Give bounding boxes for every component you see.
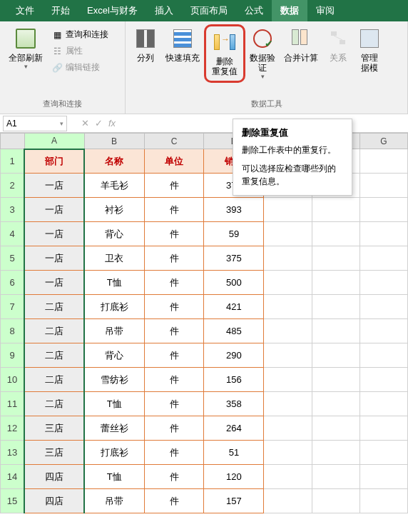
row-header[interactable]: 5 — [1, 246, 25, 271]
cell[interactable] — [264, 319, 312, 343]
cell[interactable]: 358 — [204, 392, 264, 416]
row-header[interactable]: 3 — [1, 198, 25, 222]
cell[interactable]: 264 — [204, 416, 264, 441]
cell[interactable]: 背心 — [84, 222, 144, 246]
refresh-all-button[interactable]: 全部刷新 ▾ — [4, 24, 47, 73]
cell[interactable]: 一店 — [24, 246, 84, 271]
cell[interactable] — [359, 416, 407, 441]
select-all-corner[interactable] — [1, 134, 25, 149]
row-header[interactable]: 11 — [1, 392, 25, 416]
cell[interactable]: 件 — [144, 465, 204, 489]
tab-insert[interactable]: 插入 — [146, 0, 182, 21]
tab-file[interactable]: 文件 — [7, 0, 43, 21]
cell[interactable]: T恤 — [84, 392, 144, 416]
edit-links-button[interactable]: 🔗 编辑链接 — [50, 60, 110, 75]
data-model-button[interactable]: 管理 据模 — [354, 24, 385, 76]
cell[interactable]: 393 — [204, 198, 264, 222]
chevron-down-icon[interactable]: ▾ — [60, 120, 63, 127]
cell[interactable] — [264, 246, 312, 271]
tab-formula[interactable]: 公式 — [236, 0, 272, 21]
cell[interactable]: 375 — [204, 246, 264, 271]
cell[interactable]: 二店 — [24, 343, 84, 368]
cell[interactable] — [359, 465, 407, 489]
cell[interactable]: 四店 — [24, 489, 84, 513]
cell[interactable] — [264, 465, 312, 489]
cell[interactable]: 一店 — [24, 222, 84, 246]
tab-layout[interactable]: 页面布局 — [182, 0, 236, 21]
cell[interactable] — [264, 198, 312, 222]
cell[interactable] — [312, 343, 359, 368]
row-header[interactable]: 9 — [1, 343, 25, 368]
cell[interactable]: 吊带 — [84, 489, 144, 513]
cell[interactable]: 51 — [204, 441, 264, 465]
cell[interactable]: 二店 — [24, 295, 84, 319]
cell[interactable] — [312, 319, 359, 343]
cell[interactable]: 59 — [204, 222, 264, 246]
row-header[interactable]: 8 — [1, 319, 25, 343]
col-header-A[interactable]: A — [24, 134, 84, 149]
flash-fill-button[interactable]: 快速填充 — [161, 24, 204, 66]
cell[interactable] — [264, 222, 312, 246]
cell[interactable] — [312, 465, 359, 489]
cell[interactable] — [264, 271, 312, 295]
cell[interactable]: 吊带 — [84, 319, 144, 343]
cell[interactable] — [359, 246, 407, 271]
row-header[interactable]: 2 — [1, 174, 25, 198]
cell[interactable]: 一店 — [24, 174, 84, 198]
cell[interactable] — [359, 319, 407, 343]
cell[interactable] — [264, 295, 312, 319]
row-header[interactable]: 1 — [1, 149, 25, 174]
cell[interactable]: 打底衫 — [84, 295, 144, 319]
row-header[interactable]: 7 — [1, 295, 25, 319]
row-header[interactable]: 15 — [1, 489, 25, 513]
cell[interactable] — [359, 368, 407, 392]
text-to-columns-button[interactable]: 分列 — [130, 24, 161, 66]
cell[interactable]: 485 — [204, 319, 264, 343]
cell[interactable] — [359, 343, 407, 368]
cell[interactable] — [312, 392, 359, 416]
fx-icon[interactable]: fx — [108, 118, 116, 129]
data-validation-button[interactable]: 数据验 证 ▾ — [245, 24, 280, 83]
cell[interactable]: 衬衫 — [84, 198, 144, 222]
cell[interactable] — [359, 295, 407, 319]
cell[interactable]: 156 — [204, 368, 264, 392]
confirm-icon[interactable]: ✓ — [95, 118, 103, 129]
row-header[interactable]: 4 — [1, 222, 25, 246]
cell[interactable] — [264, 441, 312, 465]
cell[interactable]: 一店 — [24, 271, 84, 295]
cell[interactable] — [359, 149, 407, 174]
cell[interactable]: 一店 — [24, 198, 84, 222]
cell[interactable] — [312, 271, 359, 295]
cell[interactable]: 三店 — [24, 441, 84, 465]
tab-excelfin[interactable]: Excel与财务 — [78, 0, 146, 21]
properties-button[interactable]: ☷ 属性 — [50, 44, 110, 59]
row-header[interactable]: 12 — [1, 416, 25, 441]
cancel-icon[interactable]: ✕ — [81, 118, 89, 129]
cell[interactable]: 421 — [204, 295, 264, 319]
cell[interactable]: 500 — [204, 271, 264, 295]
cell[interactable]: 件 — [144, 392, 204, 416]
cell[interactable]: 件 — [144, 174, 204, 198]
cell[interactable]: 件 — [144, 319, 204, 343]
cell[interactable]: T恤 — [84, 271, 144, 295]
cell[interactable]: 打底衫 — [84, 441, 144, 465]
col-header-B[interactable]: B — [84, 134, 144, 149]
cell[interactable] — [312, 246, 359, 271]
row-header[interactable]: 14 — [1, 465, 25, 489]
cell[interactable] — [359, 392, 407, 416]
cell[interactable]: 背心 — [84, 343, 144, 368]
cell[interactable] — [312, 489, 359, 513]
row-header[interactable]: 6 — [1, 271, 25, 295]
cell[interactable]: 四店 — [24, 465, 84, 489]
cell[interactable] — [359, 441, 407, 465]
cell[interactable]: 件 — [144, 441, 204, 465]
cell[interactable] — [312, 222, 359, 246]
cell[interactable]: 部门 — [24, 149, 84, 174]
cell[interactable] — [359, 222, 407, 246]
cell[interactable]: 件 — [144, 295, 204, 319]
consolidate-button[interactable]: 合并计算 — [280, 24, 322, 66]
cell[interactable] — [359, 271, 407, 295]
tab-home[interactable]: 开始 — [43, 0, 78, 21]
cell[interactable] — [264, 416, 312, 441]
cell[interactable] — [264, 368, 312, 392]
